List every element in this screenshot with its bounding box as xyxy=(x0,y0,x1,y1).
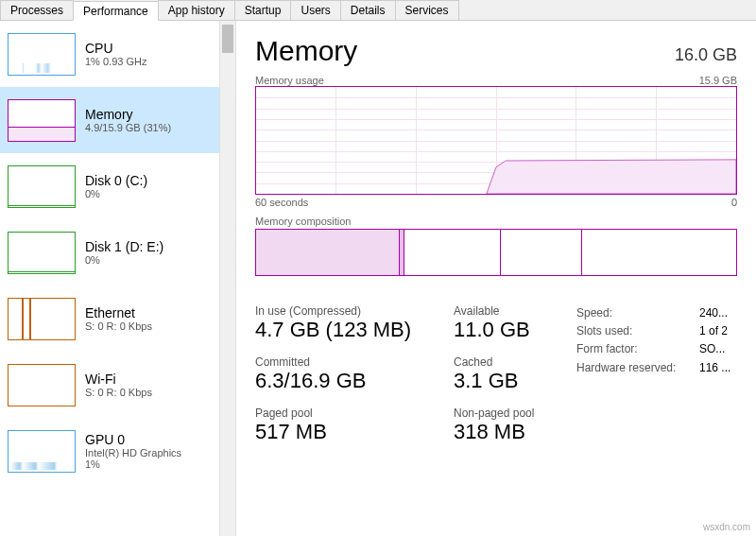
stat-paged-value: 517 MB xyxy=(255,420,435,444)
tab-users[interactable]: Users xyxy=(290,0,340,20)
kv-slots-key: Slots used: xyxy=(576,322,699,340)
sidebar-scrollbar[interactable] xyxy=(219,21,235,536)
kv-form-key: Form factor: xyxy=(576,340,699,358)
memory-composition-chart xyxy=(255,229,737,276)
disk-thumbnail-icon xyxy=(8,232,76,274)
stat-paged-label: Paged pool xyxy=(255,406,435,420)
chart-usage-label: Memory usage xyxy=(255,75,324,86)
kv-form-val: SO... xyxy=(699,340,725,358)
sidebar-item-memory[interactable]: Memory 4.9/15.9 GB (31%) xyxy=(0,87,219,153)
tab-services[interactable]: Services xyxy=(395,0,459,20)
sidebar: CPU 1% 0.93 GHz Memory 4.9/15.9 GB (31%)… xyxy=(0,21,236,536)
chart-usage-max: 15.9 GB xyxy=(699,75,737,86)
sidebar-item-sub: S: 0 R: 0 Kbps xyxy=(85,320,212,332)
sidebar-item-ethernet[interactable]: Ethernet S: 0 R: 0 Kbps xyxy=(0,285,219,352)
xaxis-left: 60 seconds xyxy=(255,197,308,208)
sidebar-item-disk1[interactable]: Disk 1 (D: E:) 0% xyxy=(0,219,219,285)
kv-speed-val: 240... xyxy=(699,304,728,322)
sidebar-item-sub: 1% 0.93 GHz xyxy=(85,56,212,67)
memory-total: 16.0 GB xyxy=(675,45,737,65)
stat-available-label: Available xyxy=(454,304,558,318)
sidebar-item-sub2: 1% xyxy=(85,458,212,470)
sidebar-item-wifi[interactable]: Wi-Fi S: 0 R: 0 Kbps xyxy=(0,352,219,418)
sidebar-item-label: Wi-Fi xyxy=(85,372,212,387)
sidebar-item-label: Ethernet xyxy=(85,305,212,320)
wifi-thumbnail-icon xyxy=(8,364,76,406)
stat-nonpaged-label: Non-paged pool xyxy=(454,406,558,420)
kv-hw-val: 116 ... xyxy=(699,359,730,377)
sidebar-item-label: GPU 0 xyxy=(85,432,212,447)
sidebar-item-label: Disk 1 (D: E:) xyxy=(85,239,212,254)
kv-slots-val: 1 of 2 xyxy=(699,322,728,340)
sidebar-item-label: CPU xyxy=(85,41,212,56)
sidebar-item-cpu[interactable]: CPU 1% 0.93 GHz xyxy=(0,21,219,87)
gpu-thumbnail-icon xyxy=(8,430,76,473)
tab-details[interactable]: Details xyxy=(340,0,396,20)
scroll-thumb[interactable] xyxy=(222,25,233,53)
sidebar-item-sub: 0% xyxy=(85,188,212,199)
xaxis-right: 0 xyxy=(731,197,737,208)
page-title: Memory xyxy=(255,35,357,67)
memory-usage-chart xyxy=(255,86,737,195)
tab-startup[interactable]: Startup xyxy=(234,0,292,20)
composition-label: Memory composition xyxy=(255,216,351,227)
stat-available-value: 11.0 GB xyxy=(454,318,558,342)
ethernet-thumbnail-icon xyxy=(8,298,76,340)
tab-app-history[interactable]: App history xyxy=(158,0,235,20)
sidebar-item-sub: Intel(R) HD Graphics xyxy=(85,447,212,458)
kv-speed-key: Speed: xyxy=(576,304,699,322)
disk-thumbnail-icon xyxy=(8,165,76,208)
sidebar-item-label: Disk 0 (C:) xyxy=(85,173,212,188)
sidebar-item-label: Memory xyxy=(85,107,212,122)
stat-nonpaged-value: 318 MB xyxy=(454,420,558,444)
tab-bar: Processes Performance App history Startu… xyxy=(0,0,756,21)
stat-committed-value: 6.3/16.9 GB xyxy=(255,369,435,393)
sidebar-item-gpu0[interactable]: GPU 0 Intel(R) HD Graphics 1% xyxy=(0,418,219,484)
stat-in-use-label: In use (Compressed) xyxy=(255,304,435,318)
tab-performance[interactable]: Performance xyxy=(73,1,159,21)
main-panel: Memory 16.0 GB Memory usage 15.9 GB 60 s… xyxy=(236,21,756,536)
sidebar-item-sub: 0% xyxy=(85,254,212,266)
sidebar-item-disk0[interactable]: Disk 0 (C:) 0% xyxy=(0,153,219,219)
cpu-thumbnail-icon xyxy=(8,33,76,76)
tab-processes[interactable]: Processes xyxy=(0,0,74,20)
stat-in-use-value: 4.7 GB (123 MB) xyxy=(255,318,435,342)
kv-hw-key: Hardware reserved: xyxy=(576,359,699,377)
memory-thumbnail-icon xyxy=(8,99,76,142)
sidebar-item-sub: 4.9/15.9 GB (31%) xyxy=(85,122,212,133)
stat-cached-label: Cached xyxy=(454,355,558,369)
stat-cached-value: 3.1 GB xyxy=(454,369,558,393)
watermark: wsxdn.com xyxy=(703,522,750,532)
sidebar-item-sub: S: 0 R: 0 Kbps xyxy=(85,387,212,398)
stat-committed-label: Committed xyxy=(255,355,435,369)
